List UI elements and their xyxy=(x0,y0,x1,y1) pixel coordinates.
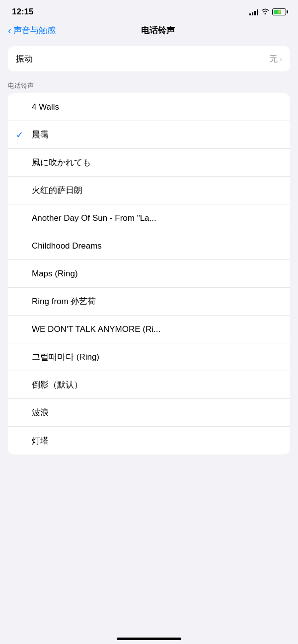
battery-icon: ⚡ xyxy=(272,8,286,15)
back-button[interactable]: ‹ 声音与触感 xyxy=(8,25,56,36)
list-item-label: 4 Walls xyxy=(32,102,282,112)
list-item-label: 倒影（默认） xyxy=(32,379,282,390)
list-item[interactable]: Ring from 孙艺荷 xyxy=(8,288,290,316)
status-time: 12:15 xyxy=(12,7,33,17)
list-item-label: 晨霭 xyxy=(32,129,282,140)
list-item-label: WE DON'T TALK ANYMORE (Ri... xyxy=(32,324,282,334)
list-item[interactable]: 4 Walls xyxy=(8,93,290,121)
list-item[interactable]: Maps (Ring) xyxy=(8,260,290,288)
list-item-label: Ring from 孙艺荷 xyxy=(32,296,282,307)
status-icons: ⚡ xyxy=(249,8,286,15)
checkmark-icon: ✓ xyxy=(16,129,26,140)
home-indicator xyxy=(117,638,181,640)
list-item-label: 風に吹かれても xyxy=(32,157,282,168)
ringtone-section-label: 电话铃声 xyxy=(0,81,298,90)
list-item-label: Maps (Ring) xyxy=(32,269,282,279)
list-item[interactable]: ✓晨霭 xyxy=(8,121,290,149)
list-item[interactable]: 灯塔 xyxy=(8,427,290,454)
list-item[interactable]: 波浪 xyxy=(8,399,290,427)
nav-bar: ‹ 声音与触感 电话铃声 xyxy=(0,21,298,42)
list-item-label: 灯塔 xyxy=(32,435,282,447)
list-item[interactable]: 그럴때마다 (Ring) xyxy=(8,343,290,371)
back-chevron-icon: ‹ xyxy=(8,25,11,35)
vibration-value: 无 › xyxy=(269,53,282,64)
list-item[interactable]: 火红的萨日朗 xyxy=(8,177,290,204)
ringtone-list: 4 Walls✓晨霭風に吹かれても火红的萨日朗Another Day Of Su… xyxy=(8,93,290,454)
list-item-label: 그럴때마다 (Ring) xyxy=(32,351,282,363)
list-item[interactable]: 風に吹かれても xyxy=(8,149,290,177)
list-item-label: 波浪 xyxy=(32,407,282,418)
back-button-label: 声音与触感 xyxy=(13,25,56,36)
wifi-icon xyxy=(261,8,269,15)
list-item[interactable]: Childhood Dreams xyxy=(8,232,290,260)
vibration-value-text: 无 xyxy=(269,53,278,64)
vibration-card: 振动 无 › xyxy=(8,46,290,71)
list-item[interactable]: WE DON'T TALK ANYMORE (Ri... xyxy=(8,316,290,343)
list-item[interactable]: 倒影（默认） xyxy=(8,371,290,399)
list-item-label: 火红的萨日朗 xyxy=(32,185,282,196)
list-item[interactable]: Another Day Of Sun - From "La... xyxy=(8,204,290,232)
signal-icon xyxy=(249,8,258,15)
list-item-label: Childhood Dreams xyxy=(32,241,282,251)
list-item-label: Another Day Of Sun - From "La... xyxy=(32,213,282,223)
vibration-row[interactable]: 振动 无 › xyxy=(16,46,282,71)
vibration-chevron-icon: › xyxy=(280,55,282,63)
vibration-label: 振动 xyxy=(16,53,33,64)
page-title: 电话铃声 xyxy=(56,25,260,36)
status-bar: 12:15 ⚡ xyxy=(0,0,298,21)
